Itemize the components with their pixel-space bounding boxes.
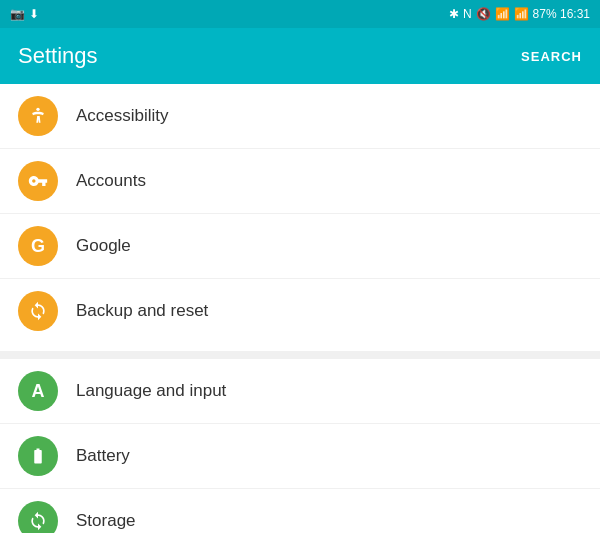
camera-icon: 📷	[10, 7, 25, 21]
section-system: A Language and input Battery Storage	[0, 359, 600, 533]
google-item[interactable]: G Google	[0, 214, 600, 279]
svg-point-0	[36, 108, 39, 111]
google-label: Google	[76, 236, 131, 256]
google-icon: G	[18, 226, 58, 266]
backup-label: Backup and reset	[76, 301, 208, 321]
section-divider	[0, 351, 600, 359]
section-personal: Accessibility Accounts G Google Backup a…	[0, 84, 600, 343]
backup-item[interactable]: Backup and reset	[0, 279, 600, 343]
language-label: Language and input	[76, 381, 226, 401]
accounts-icon	[18, 161, 58, 201]
language-item[interactable]: A Language and input	[0, 359, 600, 424]
signal-icon: 📶	[514, 7, 529, 21]
status-bar: 📷 ⬇ ✱ N 🔇 📶 📶 87% 16:31	[0, 0, 600, 28]
battery-text: 87% 16:31	[533, 7, 590, 21]
silent-icon: 🔇	[476, 7, 491, 21]
storage-label: Storage	[76, 511, 136, 531]
accessibility-item[interactable]: Accessibility	[0, 84, 600, 149]
battery-label: Battery	[76, 446, 130, 466]
accounts-item[interactable]: Accounts	[0, 149, 600, 214]
nfc-icon: N	[463, 7, 472, 21]
settings-list: Accessibility Accounts G Google Backup a…	[0, 84, 600, 533]
storage-icon	[18, 501, 58, 533]
bluetooth-icon: ✱	[449, 7, 459, 21]
wifi-icon: 📶	[495, 7, 510, 21]
page-title: Settings	[18, 43, 98, 69]
download-icon: ⬇	[29, 7, 39, 21]
storage-item[interactable]: Storage	[0, 489, 600, 533]
search-button[interactable]: SEARCH	[521, 49, 582, 64]
status-left-icons: 📷 ⬇	[10, 7, 39, 21]
accessibility-icon	[18, 96, 58, 136]
battery-icon	[18, 436, 58, 476]
accounts-label: Accounts	[76, 171, 146, 191]
battery-item[interactable]: Battery	[0, 424, 600, 489]
accessibility-label: Accessibility	[76, 106, 169, 126]
status-right-info: ✱ N 🔇 📶 📶 87% 16:31	[449, 7, 590, 21]
backup-icon	[18, 291, 58, 331]
language-icon: A	[18, 371, 58, 411]
settings-header: Settings SEARCH	[0, 28, 600, 84]
